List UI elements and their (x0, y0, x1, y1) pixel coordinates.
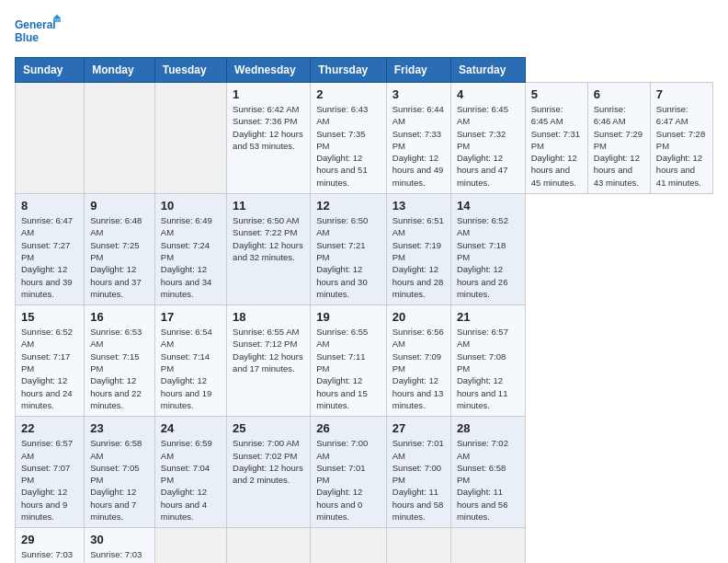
day-info: Sunrise: 6:49 AMSunset: 7:24 PMDaylight:… (161, 214, 221, 300)
day-number: 15 (21, 310, 78, 324)
day-header-wednesday: Wednesday (227, 58, 311, 83)
day-header-thursday: Thursday (311, 58, 387, 83)
calendar-cell: 29Sunrise: 7:03 AMSunset: 6:57 PMDayligh… (16, 528, 85, 563)
calendar-cell: 19Sunrise: 6:55 AMSunset: 7:11 PMDayligh… (311, 305, 387, 417)
day-info: Sunrise: 6:46 AMSunset: 7:29 PMDaylight:… (594, 103, 644, 189)
calendar-cell: 30Sunrise: 7:03 AMSunset: 6:55 PMDayligh… (85, 528, 155, 563)
day-number: 21 (457, 310, 519, 324)
calendar-week-1: 1Sunrise: 6:42 AMSunset: 7:36 PMDaylight… (16, 83, 713, 194)
day-number: 26 (316, 421, 381, 435)
day-info: Sunrise: 6:54 AMSunset: 7:14 PMDaylight:… (161, 326, 221, 411)
calendar-cell (16, 83, 85, 194)
calendar-table: SundayMondayTuesdayWednesdayThursdayFrid… (15, 57, 713, 563)
calendar-cell: 14Sunrise: 6:52 AMSunset: 7:18 PMDayligh… (450, 194, 525, 305)
day-number: 20 (392, 310, 445, 324)
header: General Blue (15, 15, 713, 48)
calendar-cell: 4Sunrise: 6:45 AMSunset: 7:32 PMDaylight… (450, 83, 525, 194)
day-info: Sunrise: 6:56 AMSunset: 7:09 PMDaylight:… (392, 326, 445, 411)
calendar-cell: 21Sunrise: 6:57 AMSunset: 7:08 PMDayligh… (450, 305, 525, 417)
day-header-monday: Monday (85, 58, 155, 83)
calendar-cell: 22Sunrise: 6:57 AMSunset: 7:07 PMDayligh… (16, 417, 85, 528)
svg-text:General: General (15, 18, 56, 31)
day-info: Sunrise: 6:42 AMSunset: 7:36 PMDaylight:… (233, 103, 304, 152)
day-number: 27 (392, 421, 445, 435)
day-info: Sunrise: 6:47 AMSunset: 7:27 PMDaylight:… (21, 214, 78, 300)
day-header-friday: Friday (386, 58, 450, 83)
day-number: 13 (392, 199, 445, 213)
logo-svg: General Blue (15, 15, 61, 48)
calendar-cell: 13Sunrise: 6:51 AMSunset: 7:19 PMDayligh… (386, 194, 450, 305)
day-number: 23 (90, 421, 149, 435)
day-number: 6 (594, 87, 644, 101)
calendar-cell: 10Sunrise: 6:49 AMSunset: 7:24 PMDayligh… (154, 194, 226, 305)
calendar-cell: 5Sunrise: 6:45 AMSunset: 7:31 PMDaylight… (525, 83, 587, 194)
day-number: 25 (233, 421, 304, 435)
day-info: Sunrise: 7:00 AMSunset: 7:01 PMDaylight:… (316, 437, 381, 523)
calendar-cell: 20Sunrise: 6:56 AMSunset: 7:09 PMDayligh… (386, 305, 450, 417)
day-info: Sunrise: 6:48 AMSunset: 7:25 PMDaylight:… (90, 214, 149, 300)
calendar-cell: 28Sunrise: 7:02 AMSunset: 6:58 PMDayligh… (450, 417, 525, 528)
day-number: 7 (656, 87, 707, 101)
day-info: Sunrise: 7:00 AMSunset: 7:02 PMDaylight:… (233, 437, 304, 486)
calendar-cell (154, 83, 226, 194)
calendar-cell: 11Sunrise: 6:50 AMSunset: 7:22 PMDayligh… (227, 194, 311, 305)
day-number: 29 (21, 533, 78, 546)
day-info: Sunrise: 7:03 AMSunset: 6:57 PMDaylight:… (21, 548, 78, 563)
calendar-cell: 8Sunrise: 6:47 AMSunset: 7:27 PMDaylight… (16, 194, 85, 305)
calendar-cell: 2Sunrise: 6:43 AMSunset: 7:35 PMDaylight… (311, 83, 387, 194)
day-number: 16 (90, 310, 149, 324)
day-number: 2 (316, 87, 381, 101)
day-info: Sunrise: 6:58 AMSunset: 7:05 PMDaylight:… (90, 437, 149, 523)
day-info: Sunrise: 6:55 AMSunset: 7:12 PMDaylight:… (233, 326, 304, 374)
day-info: Sunrise: 6:53 AMSunset: 7:15 PMDaylight:… (90, 326, 149, 411)
day-header-tuesday: Tuesday (154, 58, 226, 83)
calendar-cell (85, 83, 155, 194)
calendar-cell: 25Sunrise: 7:00 AMSunset: 7:02 PMDayligh… (227, 417, 311, 528)
day-info: Sunrise: 6:50 AMSunset: 7:22 PMDaylight:… (233, 214, 304, 263)
calendar-cell: 23Sunrise: 6:58 AMSunset: 7:05 PMDayligh… (85, 417, 155, 528)
calendar-cell (154, 528, 226, 563)
calendar-cell: 16Sunrise: 6:53 AMSunset: 7:15 PMDayligh… (85, 305, 155, 417)
calendar-week-4: 22Sunrise: 6:57 AMSunset: 7:07 PMDayligh… (16, 417, 713, 528)
calendar-cell: 15Sunrise: 6:52 AMSunset: 7:17 PMDayligh… (16, 305, 85, 417)
calendar-cell (450, 528, 525, 563)
day-header-sunday: Sunday (16, 58, 85, 83)
day-info: Sunrise: 6:52 AMSunset: 7:18 PMDaylight:… (457, 214, 519, 300)
day-number: 22 (21, 421, 78, 435)
day-info: Sunrise: 6:51 AMSunset: 7:19 PMDaylight:… (392, 214, 445, 300)
calendar-cell (311, 528, 387, 563)
day-number: 10 (161, 199, 221, 213)
day-info: Sunrise: 6:47 AMSunset: 7:28 PMDaylight:… (656, 103, 707, 189)
calendar-cell: 9Sunrise: 6:48 AMSunset: 7:25 PMDaylight… (85, 194, 155, 305)
day-info: Sunrise: 6:50 AMSunset: 7:21 PMDaylight:… (316, 214, 381, 300)
calendar-cell: 6Sunrise: 6:46 AMSunset: 7:29 PMDaylight… (587, 83, 650, 194)
calendar-cell: 24Sunrise: 6:59 AMSunset: 7:04 PMDayligh… (154, 417, 226, 528)
day-number: 18 (233, 310, 304, 324)
day-number: 3 (392, 87, 445, 101)
day-info: Sunrise: 7:03 AMSunset: 6:55 PMDaylight:… (90, 548, 149, 563)
svg-marker-3 (53, 15, 61, 22)
day-number: 1 (233, 87, 304, 101)
day-info: Sunrise: 7:02 AMSunset: 6:58 PMDaylight:… (457, 437, 519, 523)
calendar-cell: 26Sunrise: 7:00 AMSunset: 7:01 PMDayligh… (311, 417, 387, 528)
day-info: Sunrise: 6:43 AMSunset: 7:35 PMDaylight:… (316, 103, 381, 189)
calendar-cell: 17Sunrise: 6:54 AMSunset: 7:14 PMDayligh… (154, 305, 226, 417)
calendar-cell: 18Sunrise: 6:55 AMSunset: 7:12 PMDayligh… (227, 305, 311, 417)
day-number: 11 (233, 199, 304, 213)
day-info: Sunrise: 6:45 AMSunset: 7:31 PMDaylight:… (531, 103, 582, 189)
day-number: 8 (21, 199, 78, 213)
day-number: 9 (90, 199, 149, 213)
logo: General Blue (15, 15, 61, 48)
calendar-week-5: 29Sunrise: 7:03 AMSunset: 6:57 PMDayligh… (16, 528, 713, 563)
day-number: 5 (531, 87, 582, 101)
calendar-week-2: 8Sunrise: 6:47 AMSunset: 7:27 PMDaylight… (16, 194, 713, 305)
day-number: 19 (316, 310, 381, 324)
day-number: 14 (457, 199, 519, 213)
day-info: Sunrise: 6:44 AMSunset: 7:33 PMDaylight:… (392, 103, 445, 189)
day-info: Sunrise: 6:57 AMSunset: 7:07 PMDaylight:… (21, 437, 78, 523)
day-info: Sunrise: 6:57 AMSunset: 7:08 PMDaylight:… (457, 326, 519, 411)
calendar-cell (227, 528, 311, 563)
calendar-cell: 7Sunrise: 6:47 AMSunset: 7:28 PMDaylight… (650, 83, 712, 194)
day-info: Sunrise: 6:59 AMSunset: 7:04 PMDaylight:… (161, 437, 221, 523)
calendar-week-3: 15Sunrise: 6:52 AMSunset: 7:17 PMDayligh… (16, 305, 713, 417)
